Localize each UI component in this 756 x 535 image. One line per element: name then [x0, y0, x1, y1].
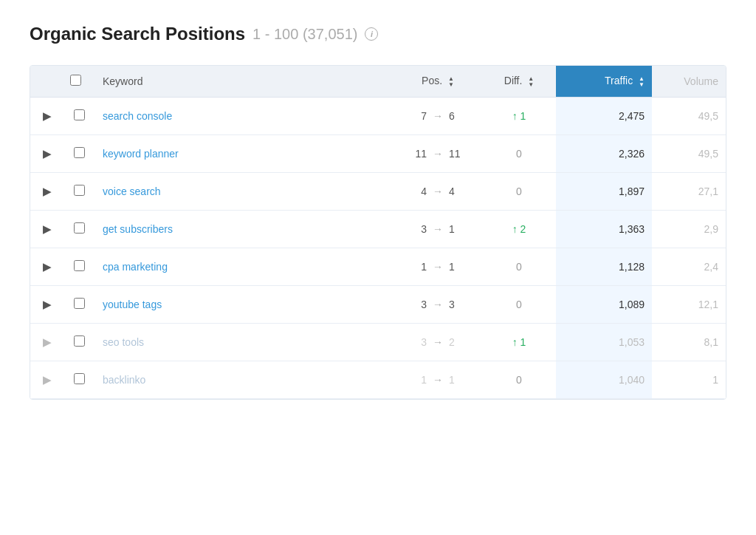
- expand-cell: ▶: [30, 98, 63, 135]
- expand-button[interactable]: ▶: [38, 146, 55, 162]
- keyword-cell: keyword planner: [95, 135, 394, 173]
- keyword-link[interactable]: keyword planner: [103, 148, 179, 160]
- pos-cell: 4 → 4: [394, 173, 482, 211]
- diff-up-indicator: ↑ 1: [512, 110, 526, 122]
- volume-cell: 49,5: [652, 98, 726, 135]
- col-header-check: [63, 66, 95, 98]
- expand-button[interactable]: ▶: [38, 108, 55, 124]
- expand-cell: ▶: [30, 361, 63, 399]
- expand-button[interactable]: ▶: [38, 221, 55, 237]
- diff-cell: 0: [482, 173, 556, 211]
- expand-cell: ▶: [30, 286, 63, 324]
- row-checkbox[interactable]: [74, 147, 85, 158]
- table-row: ▶get subscribers3 → 1↑ 21,3632,9: [30, 211, 726, 248]
- table-row: ▶voice search4 → 401,89727,1: [30, 173, 726, 211]
- keyword-link[interactable]: cpa marketing: [103, 261, 168, 273]
- pos-cell: 7 → 6: [394, 98, 482, 135]
- keyword-cell: get subscribers: [95, 211, 394, 248]
- diff-cell: 0: [482, 135, 556, 173]
- pos-cell: 11 → 11: [394, 135, 482, 173]
- diff-neutral-indicator: 0: [516, 374, 522, 386]
- row-checkbox[interactable]: [74, 373, 85, 384]
- pos-sort-icon: ▲▼: [448, 76, 454, 88]
- traffic-sort-icon: ▲▼: [639, 76, 645, 88]
- table-row: ▶seo tools3 → 2↑ 11,0538,1: [30, 324, 726, 361]
- traffic-cell: 2,475: [556, 98, 652, 135]
- page-title-sub: 1 - 100 (37,051): [252, 26, 357, 43]
- expand-cell: ▶: [30, 248, 63, 286]
- traffic-cell: 1,128: [556, 248, 652, 286]
- expand-button[interactable]: ▶: [38, 334, 55, 350]
- check-cell: [63, 286, 95, 324]
- keyword-link[interactable]: search console: [103, 110, 172, 122]
- check-cell: [63, 135, 95, 173]
- diff-cell: 0: [482, 361, 556, 399]
- col-header-traffic[interactable]: Traffic ▲▼: [556, 66, 652, 98]
- volume-cell: 8,1: [652, 324, 726, 361]
- table-row: ▶search console7 → 6↑ 12,47549,5: [30, 98, 726, 135]
- row-checkbox[interactable]: [74, 109, 85, 120]
- col-header-expand: [30, 66, 63, 98]
- keyword-cell: backlinko: [95, 361, 394, 399]
- check-cell: [63, 173, 95, 211]
- col-header-diff[interactable]: Diff. ▲▼: [482, 66, 556, 98]
- check-cell: [63, 211, 95, 248]
- check-cell: [63, 248, 95, 286]
- pos-cell: 3 → 3: [394, 286, 482, 324]
- data-table-wrapper: Keyword Pos. ▲▼ Diff. ▲▼ Traffic ▲▼ Volu…: [30, 65, 726, 400]
- volume-cell: 2,4: [652, 248, 726, 286]
- traffic-cell: 1,089: [556, 286, 652, 324]
- page-header: Organic Search Positions 1 - 100 (37,051…: [30, 24, 726, 44]
- expand-cell: ▶: [30, 173, 63, 211]
- col-header-volume: Volume: [652, 66, 726, 98]
- volume-cell: 49,5: [652, 135, 726, 173]
- volume-cell: 12,1: [652, 286, 726, 324]
- keyword-link[interactable]: backlinko: [103, 374, 145, 386]
- check-cell: [63, 361, 95, 399]
- diff-neutral-indicator: 0: [516, 185, 522, 197]
- pos-cell: 1 → 1: [394, 248, 482, 286]
- traffic-cell: 1,053: [556, 324, 652, 361]
- row-checkbox[interactable]: [74, 222, 85, 234]
- row-checkbox[interactable]: [74, 335, 85, 347]
- table-row: ▶cpa marketing1 → 101,1282,4: [30, 248, 726, 286]
- diff-cell: ↑ 2: [482, 211, 556, 248]
- diff-cell: ↑ 1: [482, 324, 556, 361]
- diff-cell: ↑ 1: [482, 98, 556, 135]
- expand-button[interactable]: ▶: [38, 296, 55, 313]
- traffic-cell: 1,040: [556, 361, 652, 399]
- traffic-cell: 2,326: [556, 135, 652, 173]
- diff-sort-icon: ▲▼: [528, 76, 534, 88]
- pos-cell: 3 → 2: [394, 324, 482, 361]
- keyword-link[interactable]: youtube tags: [103, 299, 162, 310]
- page-title-main: Organic Search Positions: [30, 24, 245, 44]
- col-header-keyword[interactable]: Keyword: [95, 66, 394, 98]
- keyword-link[interactable]: voice search: [103, 185, 161, 197]
- volume-cell: 1: [652, 361, 726, 399]
- expand-cell: ▶: [30, 324, 63, 361]
- keyword-cell: voice search: [95, 173, 394, 211]
- diff-cell: 0: [482, 286, 556, 324]
- table-row: ▶keyword planner11 → 1102,32649,5: [30, 135, 726, 173]
- col-header-pos[interactable]: Pos. ▲▼: [394, 66, 482, 98]
- row-checkbox[interactable]: [74, 298, 85, 309]
- keyword-link[interactable]: get subscribers: [103, 223, 173, 235]
- expand-button[interactable]: ▶: [38, 183, 55, 200]
- diff-neutral-indicator: 0: [516, 148, 522, 160]
- traffic-cell: 1,897: [556, 173, 652, 211]
- diff-neutral-indicator: 0: [516, 261, 522, 273]
- row-checkbox[interactable]: [74, 260, 85, 271]
- expand-cell: ▶: [30, 135, 63, 173]
- expand-button[interactable]: ▶: [38, 372, 55, 388]
- keyword-cell: youtube tags: [95, 286, 394, 324]
- table-row: ▶youtube tags3 → 301,08912,1: [30, 286, 726, 324]
- check-cell: [63, 324, 95, 361]
- select-all-checkbox[interactable]: [70, 75, 81, 86]
- row-checkbox[interactable]: [74, 185, 85, 196]
- keyword-link[interactable]: seo tools: [103, 336, 144, 348]
- expand-button[interactable]: ▶: [38, 259, 55, 275]
- traffic-cell: 1,363: [556, 211, 652, 248]
- info-icon[interactable]: i: [365, 27, 378, 41]
- diff-up-indicator: ↑ 1: [512, 336, 526, 348]
- pos-cell: 3 → 1: [394, 211, 482, 248]
